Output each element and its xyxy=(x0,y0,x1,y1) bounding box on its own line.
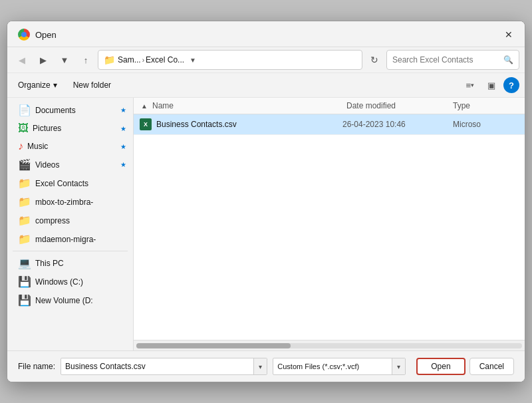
compress-folder-icon: 📁 xyxy=(18,214,31,227)
footer-buttons: Open Cancel xyxy=(416,358,514,375)
title-bar-left: Open xyxy=(18,29,57,41)
help-button[interactable]: ? xyxy=(503,77,519,93)
sidebar-divider xyxy=(13,251,128,251)
content-area: 📄 Documents 🖼 Pictures ♪ Music 🎬 Videos … xyxy=(7,98,525,350)
toolbar: Organize ▾ New folder ≡ ▾ ▣ ? xyxy=(7,73,525,98)
horizontal-scrollbar[interactable] xyxy=(134,340,525,350)
sidebar-label-windows-c: Windows (C:) xyxy=(35,277,83,287)
scroll-track xyxy=(136,343,522,348)
organize-label: Organize xyxy=(18,80,51,90)
address-part-1: Sam... xyxy=(118,55,141,65)
sidebar-label-compress: compress xyxy=(35,216,70,225)
back-button[interactable]: ◀ xyxy=(13,51,31,69)
organize-arrow: ▾ xyxy=(53,80,57,90)
address-text: Sam... › Excel Co... xyxy=(118,55,184,65)
file-date: 26-04-2023 10:46 xyxy=(342,120,449,129)
filetype-dropdown-button[interactable]: ▾ xyxy=(392,358,405,375)
address-part-2: Excel Co... xyxy=(146,55,184,65)
sidebar-item-compress[interactable]: 📁 compress xyxy=(10,211,130,229)
sidebar-label-this-pc: This PC xyxy=(35,259,64,268)
filetype-text: Custom Files (*.csv;*.vcf) xyxy=(273,362,392,370)
new-volume-d-icon: 💾 xyxy=(18,294,31,307)
sidebar-item-documents[interactable]: 📄 Documents xyxy=(10,101,130,119)
videos-icon: 🎬 xyxy=(18,158,31,171)
music-icon: ♪ xyxy=(18,140,23,152)
search-input[interactable] xyxy=(392,55,501,65)
excel-contacts-folder-icon: 📁 xyxy=(18,177,31,190)
search-bar[interactable]: 🔍 xyxy=(386,50,519,70)
sidebar-item-this-pc[interactable]: 💻 This PC xyxy=(10,254,130,272)
file-type: Microso xyxy=(453,120,519,129)
open-dialog: Open ✕ ◀ ▶ ▼ ↑ 📁 Sam... › Excel Co... ▼ … xyxy=(7,21,525,382)
close-button[interactable]: ✕ xyxy=(501,27,517,43)
toolbar-right: ≡ ▾ ▣ ? xyxy=(461,76,519,94)
scroll-thumb xyxy=(136,343,291,348)
panel-button[interactable]: ▣ xyxy=(482,76,501,94)
file-name: Business Contacts.csv xyxy=(156,120,338,129)
new-folder-label: New folder xyxy=(73,80,111,90)
cancel-button[interactable]: Cancel xyxy=(469,358,514,375)
excel-icon: X xyxy=(140,118,152,130)
title-bar: Open ✕ xyxy=(7,21,525,47)
address-chevron: › xyxy=(142,57,144,64)
open-button[interactable]: Open xyxy=(416,358,465,375)
search-icon: 🔍 xyxy=(503,55,513,65)
sidebar-item-mdaemon[interactable]: 📁 mdaemon-migra- xyxy=(10,230,130,248)
sidebar-label-music: Music xyxy=(27,142,48,151)
collapse-button[interactable]: ▲ xyxy=(139,100,150,111)
chrome-icon xyxy=(18,29,30,41)
sidebar-label-mdaemon: mdaemon-migra- xyxy=(35,235,96,244)
sidebar-label-pictures: Pictures xyxy=(33,124,61,133)
pictures-icon: 🖼 xyxy=(18,122,29,134)
sidebar-label-documents: Documents xyxy=(35,106,76,115)
up-button[interactable]: ↑ xyxy=(76,51,95,69)
sidebar-label-mbox: mbox-to-zimbra- xyxy=(35,198,93,207)
folder-icon: 📁 xyxy=(104,55,115,65)
column-type[interactable]: Type xyxy=(453,101,519,110)
documents-icon: 📄 xyxy=(18,104,31,116)
filetype-wrap[interactable]: Custom Files (*.csv;*.vcf) ▾ xyxy=(273,358,406,375)
navigation-bar: ◀ ▶ ▼ ↑ 📁 Sam... › Excel Co... ▼ ↻ 🔍 xyxy=(7,47,525,73)
mdaemon-folder-icon: 📁 xyxy=(18,233,31,245)
table-row[interactable]: X Business Contacts.csv 26-04-2023 10:46… xyxy=(134,114,525,135)
this-pc-icon: 💻 xyxy=(18,257,31,269)
panel-icon: ▣ xyxy=(487,80,495,90)
footer: File name: ▾ Custom Files (*.csv;*.vcf) … xyxy=(7,350,525,382)
sidebar-item-videos[interactable]: 🎬 Videos xyxy=(10,156,130,174)
sidebar-label-excel-contacts: Excel Contacts xyxy=(35,179,88,188)
address-bar[interactable]: 📁 Sam... › Excel Co... ▼ xyxy=(98,50,362,70)
new-folder-button[interactable]: New folder xyxy=(68,78,116,92)
filename-input[interactable] xyxy=(61,362,253,371)
mbox-folder-icon: 📁 xyxy=(18,196,31,208)
sidebar: 📄 Documents 🖼 Pictures ♪ Music 🎬 Videos … xyxy=(7,98,134,350)
sidebar-item-music[interactable]: ♪ Music xyxy=(10,138,130,155)
sidebar-item-new-volume-d[interactable]: 💾 New Volume (D: xyxy=(10,291,130,309)
address-dropdown-button[interactable]: ▼ xyxy=(187,51,199,69)
forward-button[interactable]: ▶ xyxy=(34,51,53,69)
sidebar-item-mbox[interactable]: 📁 mbox-to-zimbra- xyxy=(10,193,130,211)
dropdown-button[interactable]: ▼ xyxy=(55,51,74,69)
view-dropdown-icon: ▾ xyxy=(471,82,474,88)
file-list: X Business Contacts.csv 26-04-2023 10:46… xyxy=(134,114,525,340)
view-button[interactable]: ≡ ▾ xyxy=(461,76,479,94)
organize-button[interactable]: Organize ▾ xyxy=(13,78,63,92)
windows-c-icon: 💾 xyxy=(18,275,31,288)
file-icon: X xyxy=(139,118,152,131)
filename-dropdown-button[interactable]: ▾ xyxy=(253,358,267,375)
column-name[interactable]: Name xyxy=(150,101,346,110)
sidebar-label-new-volume-d: New Volume (D: xyxy=(35,296,93,305)
dialog-title: Open xyxy=(35,30,57,40)
file-header: ▲ Name Date modified Type xyxy=(134,98,525,114)
sidebar-item-pictures[interactable]: 🖼 Pictures xyxy=(10,120,130,137)
sidebar-item-windows-c[interactable]: 💾 Windows (C:) xyxy=(10,273,130,291)
column-date-modified[interactable]: Date modified xyxy=(346,101,453,110)
filename-label: File name: xyxy=(18,362,55,371)
sidebar-label-videos: Videos xyxy=(35,160,59,170)
refresh-button[interactable]: ↻ xyxy=(365,51,384,69)
filename-input-wrap[interactable]: ▾ xyxy=(61,358,267,375)
view-icon: ≡ xyxy=(466,80,471,90)
sidebar-item-excel-contacts[interactable]: 📁 Excel Contacts xyxy=(10,174,130,192)
file-area: ▲ Name Date modified Type X Business Con… xyxy=(134,98,525,350)
